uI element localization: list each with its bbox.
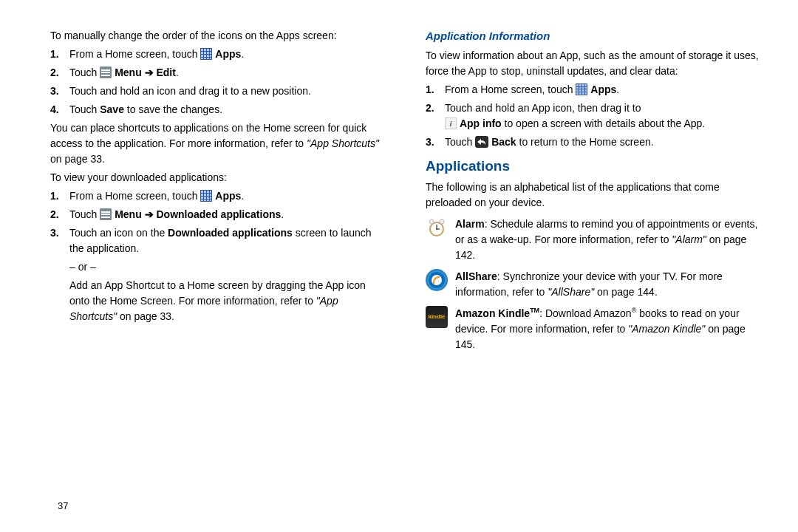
page-number: 37 (58, 499, 68, 514)
list-item: 2. Touch and hold an App icon, then drag… (442, 100, 760, 132)
paragraph: To view information about an App, such a… (426, 48, 760, 79)
list-item: 1. From a Home screen, touch Apps. (442, 82, 760, 98)
app-entry-kindle: kindle Amazon KindleTM: Download Amazon®… (426, 306, 760, 352)
apps-icon (200, 190, 212, 202)
apps-icon (576, 83, 587, 95)
paragraph: To manually change the order of the icon… (50, 28, 384, 44)
apps-icon (200, 48, 212, 60)
menu-icon (100, 66, 112, 78)
info-icon: i (445, 117, 457, 129)
paragraph: The following is an alphabetical list of… (426, 180, 760, 211)
paragraph: To view your downloaded applications: (50, 170, 384, 185)
list-item: 2. Touch Menu ➔ Downloaded applications. (66, 207, 384, 222)
svg-point-5 (440, 219, 444, 224)
alarm-icon (426, 216, 448, 239)
back-icon (475, 136, 488, 148)
or-separator: – or – (69, 259, 384, 275)
right-column: Application Information To view informat… (426, 28, 760, 510)
app-entry-allshare: AllShare: Synchronize your device with y… (426, 269, 760, 300)
heading-applications: Applications (426, 156, 760, 177)
paragraph: You can place shortcuts to applications … (50, 120, 384, 167)
list-item: 3. Touch Back to return to the Home scre… (442, 134, 760, 150)
ordered-list: 1. From a Home screen, touch Apps. 2. To… (426, 82, 760, 150)
left-column: To manually change the order of the icon… (50, 28, 384, 510)
menu-icon (100, 208, 112, 220)
ordered-list: 1. From a Home screen, touch Apps. 2. To… (50, 47, 384, 117)
app-entry-alarm: Alarm: Schedule alarms to remind you of … (426, 216, 760, 263)
list-item: 1. From a Home screen, touch Apps. (66, 188, 384, 204)
allshare-icon (426, 269, 448, 291)
list-item: 3. Touch and hold an icon and drag it to… (66, 83, 384, 99)
heading-application-information: Application Information (426, 28, 760, 45)
list-item: 4. Touch Save to save the changes. (66, 102, 384, 117)
list-item: 2. Touch Menu ➔ Edit. (66, 65, 384, 81)
list-item: 1. From a Home screen, touch Apps. (66, 47, 384, 62)
ordered-list: 1. From a Home screen, touch Apps. 2. To… (50, 188, 384, 324)
svg-point-8 (433, 282, 435, 284)
list-item: 3. Touch an icon on the Downloaded appli… (66, 225, 384, 324)
svg-point-4 (429, 219, 434, 224)
kindle-icon: kindle (426, 306, 448, 328)
